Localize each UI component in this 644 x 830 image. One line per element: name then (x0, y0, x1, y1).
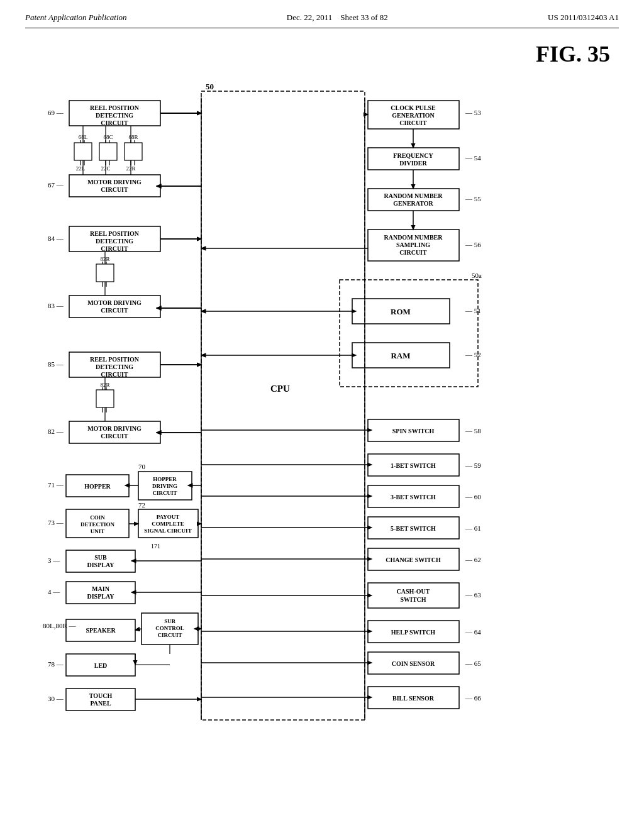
svg-rect-112 (69, 421, 160, 443)
svg-text:DETECTING: DETECTING (96, 112, 133, 119)
svg-text:DIVIDER: DIVIDER (399, 160, 427, 167)
svg-text:RANDOM NUMBER: RANDOM NUMBER (384, 192, 443, 199)
svg-text:73 —: 73 — (48, 519, 64, 526)
svg-text:— 56: — 56 (465, 241, 481, 248)
svg-text:SWITCH: SWITCH (400, 596, 426, 603)
svg-text:PANEL: PANEL (90, 700, 111, 707)
svg-rect-13 (368, 189, 459, 211)
svg-rect-53 (368, 687, 459, 709)
svg-text:SUB: SUB (94, 554, 107, 561)
svg-rect-124 (66, 509, 129, 538)
svg-rect-86 (69, 226, 160, 252)
svg-text:171: 171 (151, 543, 160, 550)
svg-text:50a: 50a (472, 272, 482, 279)
svg-text:— 61: — 61 (465, 524, 481, 532)
svg-text:REEL POSITION: REEL POSITION (90, 230, 140, 237)
svg-text:BILL SENSOR: BILL SENSOR (392, 695, 435, 702)
header-publication: Patent Application Publication (25, 13, 127, 23)
svg-text:CIRCUIT: CIRCUIT (399, 249, 427, 256)
diagram-area: FIG. 35 CPU (25, 35, 623, 777)
svg-text:30 —: 30 — (48, 695, 64, 702)
svg-text:82R: 82R (100, 382, 109, 388)
svg-text:MAIN: MAIN (92, 585, 110, 592)
header: Patent Application Publication Dec. 22, … (25, 13, 619, 28)
svg-text:71 —: 71 — (48, 481, 64, 489)
circuit-diagram-svg: 50 50a CLOCK PULSE GENERATION CIRCUIT — … (25, 35, 623, 777)
svg-text:FREQUENCY: FREQUENCY (393, 152, 433, 159)
svg-rect-119 (138, 472, 192, 500)
svg-text:CIRCUIT: CIRCUIT (101, 245, 128, 252)
svg-text:80L,80R —: 80L,80R — (43, 622, 77, 629)
svg-rect-31 (368, 454, 459, 476)
svg-text:COIN: COIN (90, 514, 105, 521)
svg-rect-4 (368, 101, 459, 129)
svg-text:72: 72 (138, 501, 145, 509)
svg-rect-106 (96, 390, 114, 407)
svg-text:22R: 22R (126, 165, 135, 172)
svg-rect-116 (66, 475, 129, 497)
svg-text:MOTOR DRIVING: MOTOR DRIVING (87, 425, 142, 432)
svg-text:— 53: — 53 (465, 109, 481, 116)
svg-text:PAYOUT: PAYOUT (157, 514, 180, 520)
svg-text:CIRCUIT: CIRCUIT (101, 433, 128, 440)
svg-rect-97 (69, 296, 160, 318)
svg-text:DRIVING: DRIVING (152, 483, 177, 489)
svg-text:DETECTING: DETECTING (96, 363, 133, 370)
svg-text:1-BET SWITCH: 1-BET SWITCH (391, 462, 436, 469)
figure-title: FIG. 35 (536, 41, 610, 67)
svg-text:68C: 68C (103, 134, 113, 140)
svg-text:— 60: — 60 (465, 493, 481, 501)
svg-text:HOPPER: HOPPER (153, 476, 177, 482)
svg-text:CIRCUIT: CIRCUIT (101, 307, 128, 314)
svg-text:— 55: — 55 (465, 195, 481, 202)
svg-text:RAM: RAM (391, 351, 410, 360)
svg-text:CHANGE SWITCH: CHANGE SWITCH (386, 556, 441, 563)
svg-text:ROM: ROM (391, 307, 411, 316)
svg-rect-56 (69, 101, 160, 126)
svg-text:— 66: — 66 (465, 694, 481, 702)
svg-text:— 52: — 52 (465, 351, 481, 358)
svg-text:MOTOR DRIVING: MOTOR DRIVING (87, 179, 142, 185)
svg-text:CLOCK PULSE: CLOCK PULSE (391, 104, 436, 111)
svg-rect-9 (368, 148, 459, 170)
svg-rect-17 (368, 230, 459, 261)
svg-rect-47 (368, 621, 459, 643)
svg-text:3 —: 3 — (48, 556, 60, 564)
svg-text:SAMPLING: SAMPLING (396, 241, 430, 248)
svg-text:67 —: 67 — (48, 181, 64, 189)
svg-text:— 64: — 64 (465, 628, 481, 636)
svg-rect-73 (125, 143, 142, 160)
svg-rect-37 (368, 517, 459, 539)
svg-text:COMPLETE: COMPLETE (152, 521, 184, 527)
svg-rect-34 (368, 485, 459, 507)
svg-line-170 (135, 629, 142, 630)
svg-rect-25 (352, 343, 450, 368)
svg-rect-101 (69, 352, 160, 377)
svg-rect-135 (66, 550, 135, 572)
svg-text:— 63: — 63 (465, 591, 481, 599)
svg-text:22L: 22L (76, 165, 86, 172)
svg-text:CIRCUIT: CIRCUIT (101, 119, 128, 126)
svg-rect-67 (99, 143, 117, 160)
svg-rect-50 (368, 652, 459, 674)
svg-text:22C: 22C (101, 165, 110, 172)
svg-text:TOUCH: TOUCH (89, 692, 113, 699)
svg-text:— 51: — 51 (465, 307, 481, 314)
svg-rect-22 (352, 299, 450, 324)
svg-text:CONTROL: CONTROL (155, 625, 184, 631)
svg-rect-139 (66, 582, 135, 604)
header-patent: US 2011/0312403 A1 (548, 13, 619, 23)
svg-text:— 54: — 54 (465, 154, 481, 162)
svg-rect-153 (66, 689, 135, 711)
svg-text:83 —: 83 — (48, 302, 64, 309)
svg-text:DISPLAY: DISPLAY (87, 593, 115, 600)
svg-rect-28 (368, 419, 459, 441)
svg-text:85 —: 85 — (48, 360, 64, 368)
svg-text:78 —: 78 — (48, 660, 64, 668)
svg-text:SPIN SWITCH: SPIN SWITCH (392, 428, 435, 434)
svg-text:82 —: 82 — (48, 428, 64, 435)
svg-text:SIGNAL CIRCUIT: SIGNAL CIRCUIT (144, 528, 191, 534)
svg-text:CIRCUIT: CIRCUIT (157, 632, 182, 638)
svg-rect-91 (96, 264, 114, 282)
cpu-label: CPU (270, 384, 290, 394)
